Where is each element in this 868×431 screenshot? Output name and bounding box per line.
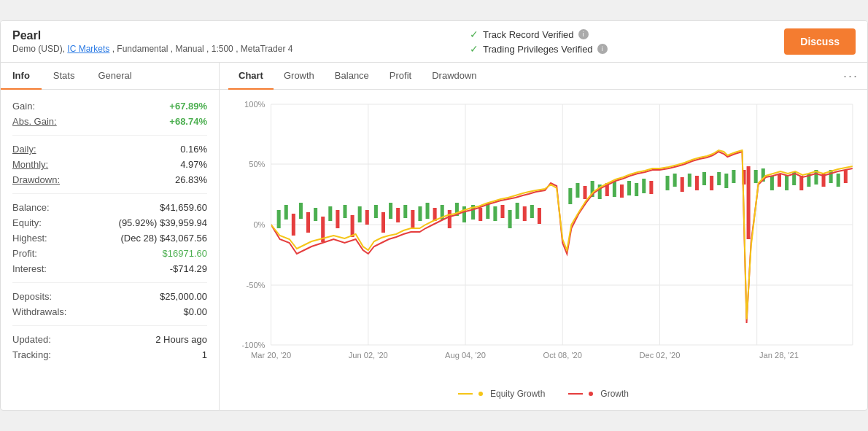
drawdown-row: Drawdown: 26.83% [12,172,207,187]
highest-value: (Dec 28) $43,067.56 [120,233,207,244]
equity-value: (95.92%) $39,959.94 [119,217,207,228]
svg-text:100%: 100% [244,100,266,109]
deposits-label: Deposits: [12,291,52,302]
divider-1 [12,135,207,136]
gain-row: Gain: +67.89% [12,98,207,114]
chart-tab-growth[interactable]: Growth [274,63,325,90]
left-tabs: Info Stats General [1,63,219,90]
svg-rect-35 [358,206,362,222]
tracking-row: Tracking: 1 [12,347,207,362]
svg-rect-47 [448,210,452,228]
discuss-button[interactable]: Discuss [784,28,856,55]
chart-tabs: Chart Growth Balance Profit Drawdown ··· [220,63,867,90]
svg-rect-70 [642,179,646,193]
monthly-row: Monthly: 4.97% [12,157,207,172]
tab-general[interactable]: General [86,63,143,90]
withdrawals-row: Withdrawals: $0.00 [12,304,207,319]
check-icon-1: ✓ [470,28,478,40]
svg-text:Dec 02, '20: Dec 02, '20 [640,351,681,360]
svg-rect-31 [328,206,332,221]
svg-rect-68 [627,181,631,195]
account-subtitle: Demo (USD), IC Markets , Fundamental , M… [12,44,292,54]
chart-svg: 100% 50% 0% -50% -100% Mar 20, '20 Jun 0… [227,97,860,381]
withdrawals-label: Withdrawals: [12,306,66,317]
svg-rect-29 [314,208,317,221]
highest-row: Highest: (Dec 28) $43,067.56 [12,230,207,246]
profit-value: $16971.60 [163,248,207,259]
tracking-label: Tracking: [12,349,51,360]
svg-text:0%: 0% [253,220,265,229]
svg-rect-36 [365,210,369,225]
balance-value: $41,659.60 [160,202,207,213]
chart-tab-profit[interactable]: Profit [379,63,422,90]
chart-area: 100% 50% 0% -50% -100% Mar 20, '20 Jun 0… [220,90,867,410]
svg-rect-83 [747,166,751,239]
svg-rect-37 [374,205,378,218]
svg-rect-44 [426,203,430,219]
chart-more-button[interactable]: ··· [843,69,859,84]
gain-label: Gain: [12,101,35,112]
svg-text:Mar 20, '20: Mar 20, '20 [251,351,291,360]
svg-rect-74 [681,177,684,192]
svg-rect-86 [770,176,774,190]
svg-rect-67 [620,185,624,198]
growth-line-sample [568,393,583,395]
svg-rect-25 [284,205,288,220]
tab-stats[interactable]: Stats [42,63,87,90]
profit-label: Profit: [12,248,37,259]
equity-growth-line-sample [458,393,473,395]
main-content: Info Stats General Gain: +67.89% Abs. Ga… [1,63,867,410]
svg-rect-27 [299,203,303,219]
trading-privileges-info-icon[interactable]: i [597,44,608,54]
svg-text:-50%: -50% [247,281,266,290]
chart-tab-chart[interactable]: Chart [228,63,274,90]
trading-privileges-label: Trading Privileges Verified [483,44,593,55]
svg-text:-100%: -100% [241,341,265,349]
updated-row: Updated: 2 Hours ago [12,332,207,347]
track-record-info-icon[interactable]: i [578,29,589,39]
growth-label: Growth [600,389,629,399]
header: Pearl Demo (USD), IC Markets , Fundament… [1,21,867,63]
deposits-row: Deposits: $25,000.00 [12,289,207,304]
svg-rect-87 [778,174,781,187]
equity-growth-legend: Equity Growth [458,389,545,399]
deposits-value: $25,000.00 [160,291,207,302]
svg-rect-54 [500,205,504,218]
updated-value: 2 Hours ago [155,334,207,345]
growth-dot [589,392,593,396]
withdrawals-value: $0.00 [183,306,207,317]
track-record-verified: ✓ Track Record Verified i [470,28,608,40]
abs-gain-value: +68.74% [169,116,207,127]
tracking-value: 1 [202,349,207,360]
profit-row: Profit: $16971.60 [12,246,207,261]
svg-rect-69 [635,183,638,196]
svg-text:Jun 02, '20: Jun 02, '20 [349,351,388,360]
right-panel: Chart Growth Balance Profit Drawdown ··· [220,63,867,410]
left-panel: Info Stats General Gain: +67.89% Abs. Ga… [1,63,220,410]
equity-growth-line-group [271,150,853,319]
svg-rect-73 [673,174,677,187]
tab-info[interactable]: Info [1,63,42,90]
divider-4 [12,325,207,326]
ic-markets-link[interactable]: IC Markets [67,44,109,54]
svg-rect-34 [351,215,354,237]
daily-value: 0.16% [180,144,207,155]
chart-tab-balance[interactable]: Balance [325,63,379,90]
svg-rect-38 [381,212,385,233]
svg-rect-58 [530,205,534,218]
info-content: Gain: +67.89% Abs. Gain: +68.74% Daily: … [1,90,219,371]
chart-tab-drawdown[interactable]: Drawdown [422,63,487,90]
svg-text:Oct 08, '20: Oct 08, '20 [543,351,582,360]
svg-rect-26 [292,214,295,236]
svg-rect-72 [666,176,670,190]
main-container: Pearl Demo (USD), IC Markets , Fundament… [0,20,868,411]
svg-rect-42 [411,210,414,228]
svg-rect-24 [277,210,281,228]
equity-growth-dot [478,392,483,396]
balance-label: Balance: [12,202,50,213]
monthly-label: Monthly: [12,159,48,170]
growth-legend: Growth [568,389,629,399]
svg-rect-71 [649,181,653,194]
highest-label: Highest: [12,233,47,244]
svg-rect-53 [493,206,497,221]
